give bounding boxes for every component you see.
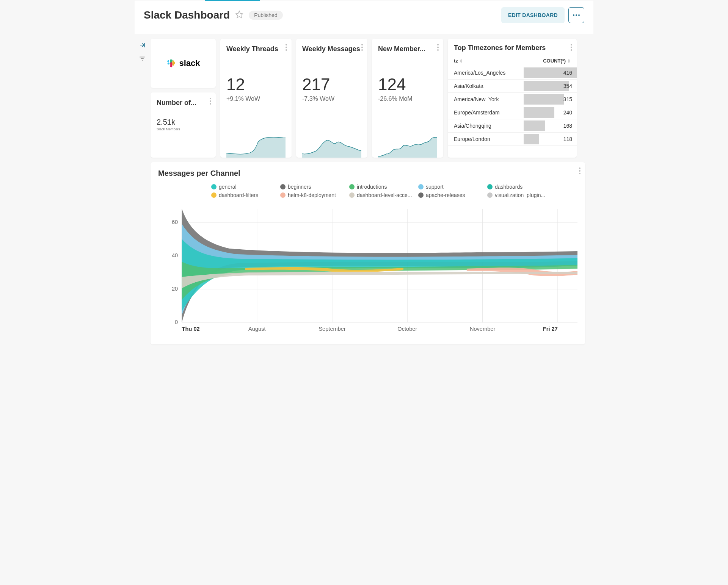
left-sidebar (135, 34, 150, 353)
tz-value: 315 (563, 96, 572, 102)
legend-swatch (211, 192, 217, 198)
tz-count-cell: 315 (524, 93, 577, 106)
column-tz[interactable]: tz (454, 58, 458, 64)
column-count[interactable]: COUNT(*) (543, 58, 566, 64)
card-menu-icon[interactable] (210, 98, 211, 105)
favorite-star-icon[interactable] (235, 10, 243, 20)
timezones-table-header: tz▲▼ COUNT(*)▲▼ (448, 56, 577, 66)
tz-bar (524, 94, 564, 105)
legend-item[interactable]: general (211, 184, 276, 190)
stat-value: 124 (378, 75, 437, 94)
members-card: Number of... 2.51k Slack Members (151, 92, 216, 158)
legend-item[interactable]: dashboard-filters (211, 192, 276, 198)
tz-bar (524, 134, 539, 144)
new-members-card: New Member... 124 -26.6% MoM (372, 39, 443, 158)
timezones-card: Top Timezones for Members tz▲▼ COUNT(*)▲… (448, 39, 577, 158)
tz-bar (524, 81, 569, 91)
legend-item[interactable]: apache-releases (418, 192, 483, 198)
tz-name: Asia/Chongqing (448, 123, 524, 129)
expand-panel-icon[interactable] (139, 42, 146, 48)
svg-text:Fri 27: Fri 27 (543, 326, 558, 332)
svg-point-4 (168, 63, 169, 64)
stat-value: 12 (226, 75, 286, 94)
legend-item[interactable]: dashboard-level-acce... (349, 192, 414, 198)
legend-label: introductions (357, 184, 387, 190)
legend-item[interactable]: visualization_plugin... (487, 192, 552, 198)
tz-bar (524, 120, 545, 131)
svg-text:September: September (318, 326, 346, 332)
legend-item[interactable]: support (418, 184, 483, 190)
legend-item[interactable]: helm-k8-deployment (280, 192, 345, 198)
legend-swatch (349, 192, 355, 198)
members-value: 2.51k (157, 118, 210, 127)
card-menu-icon[interactable] (286, 44, 287, 51)
svg-text:August: August (248, 326, 265, 332)
legend-label: dashboard-filters (219, 192, 258, 198)
tz-value: 168 (563, 123, 572, 129)
svg-text:November: November (470, 326, 496, 332)
timezones-title: Top Timezones for Members (448, 44, 577, 56)
card-menu-icon[interactable] (361, 44, 363, 51)
legend-label: general (219, 184, 237, 190)
tz-value: 354 (563, 83, 572, 89)
svg-text:40: 40 (172, 252, 178, 258)
svg-text:October: October (397, 326, 417, 332)
members-sublabel: Slack Members (157, 127, 210, 131)
legend-swatch (280, 192, 286, 198)
svg-rect-8 (171, 62, 173, 67)
stat-title: Weekly Messages (302, 45, 361, 63)
tz-name: Asia/Kolkata (448, 83, 524, 89)
svg-text:0: 0 (175, 319, 178, 325)
legend-swatch (418, 192, 424, 198)
legend-label: helm-k8-deployment (288, 192, 336, 198)
more-actions-button[interactable] (568, 7, 584, 23)
tz-bar (524, 107, 554, 118)
legend-label: support (426, 184, 444, 190)
messages-per-channel-card: Messages per Channel generalbeginnersint… (151, 162, 585, 344)
stat-change: -7.3% WoW (302, 95, 361, 102)
sparkline (226, 135, 286, 158)
table-row: America/Los_Angeles416 (448, 66, 577, 80)
stat-value: 217 (302, 75, 361, 94)
legend-swatch (349, 184, 355, 189)
dots-horizontal-icon (573, 14, 580, 16)
tz-count-cell: 416 (524, 66, 577, 79)
legend-label: apache-releases (426, 192, 465, 198)
legend-item[interactable]: dashboards (487, 184, 552, 190)
tz-count-cell: 354 (524, 80, 577, 92)
legend-item[interactable]: introductions (349, 184, 414, 190)
sort-icon[interactable]: ▲▼ (460, 58, 463, 63)
legend-label: dashboards (495, 184, 522, 190)
chart-title: Messages per Channel (158, 169, 577, 178)
sort-icon[interactable]: ▲▼ (567, 58, 571, 63)
legend-swatch (280, 184, 286, 189)
members-title: Number of... (157, 99, 210, 107)
table-row: America/New_York315 (448, 93, 577, 106)
card-menu-icon[interactable] (579, 167, 581, 174)
card-menu-icon[interactable] (437, 44, 439, 51)
tz-value: 240 (563, 109, 572, 116)
slack-logo-icon (166, 58, 177, 69)
table-row: Asia/Kolkata354 (448, 80, 577, 93)
tz-count-cell: 118 (524, 133, 577, 145)
chart-legend: generalbeginnersintroductionssupportdash… (211, 184, 552, 198)
svg-point-6 (173, 62, 175, 64)
filter-icon[interactable] (139, 55, 146, 62)
card-menu-icon[interactable] (571, 44, 572, 51)
weekly-threads-card: Weekly Threads 12 +9.1% WoW (220, 39, 292, 158)
tz-name: Europe/London (448, 136, 524, 142)
stat-change: +9.1% WoW (226, 95, 286, 102)
tz-count-cell: 168 (524, 119, 577, 132)
tz-count-cell: 240 (524, 106, 577, 119)
legend-label: dashboard-level-acce... (357, 192, 412, 198)
legend-swatch (487, 192, 493, 198)
stat-change: -26.6% MoM (378, 95, 437, 102)
svg-text:Thu 02: Thu 02 (182, 326, 200, 332)
legend-item[interactable]: beginners (280, 184, 345, 190)
edit-dashboard-button[interactable]: EDIT DASHBOARD (501, 7, 565, 23)
status-badge: Published (249, 11, 283, 20)
slack-logo-card: slack (151, 39, 216, 88)
table-row: Asia/Chongqing168 (448, 119, 577, 133)
slack-logo-text: slack (179, 58, 200, 68)
page-title: Slack Dashboard (144, 9, 230, 21)
